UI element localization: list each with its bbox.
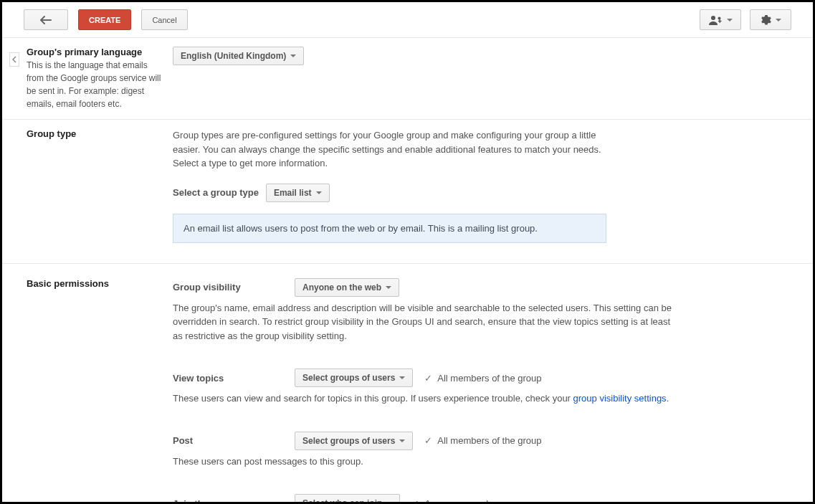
settings-menu-button[interactable]: [750, 9, 791, 30]
join-value: Select who can join: [302, 498, 382, 504]
gear-icon: [760, 14, 771, 26]
create-button[interactable]: CREATE: [78, 9, 131, 30]
post-label: Post: [173, 435, 283, 446]
toolbar: CREATE Cancel: [2, 2, 813, 38]
svg-point-0: [711, 16, 715, 20]
caret-down-icon: [727, 19, 733, 22]
group-visibility-help: The group's name, email address and desc…: [173, 301, 675, 343]
group-type-select-label: Select a group type: [173, 187, 259, 198]
caret-down-icon: [316, 191, 322, 194]
primary-language-value: English (United Kingdom): [181, 51, 286, 61]
caret-down-icon: [290, 54, 296, 57]
group-type-dropdown[interactable]: Email list: [266, 184, 330, 202]
primary-language-description: This is the language that emails from th…: [27, 59, 164, 110]
group-visibility-label: Group visibility: [173, 282, 283, 293]
view-topics-help-pre: These users can view and search for topi…: [173, 393, 573, 404]
primary-language-dropdown[interactable]: English (United Kingdom): [173, 47, 304, 65]
caret-down-icon: [399, 439, 405, 442]
check-icon: ✓: [411, 498, 419, 505]
group-type-value: Email list: [274, 188, 312, 198]
post-checked-text: All members of the group: [437, 435, 541, 446]
post-checked: ✓ All members of the group: [424, 435, 541, 446]
join-checked: ✓ Anyone can ask: [411, 498, 490, 505]
back-arrow-icon: [39, 16, 52, 24]
post-value: Select groups of users: [302, 436, 395, 446]
back-button[interactable]: [24, 9, 68, 30]
caret-down-icon: [399, 376, 405, 379]
join-label: Join the group: [173, 498, 283, 505]
group-visibility-value: Anyone on the web: [302, 282, 381, 293]
group-type-intro: Group types are pre-configured settings …: [173, 128, 617, 171]
chevron-left-icon: [12, 56, 16, 63]
view-topics-dropdown[interactable]: Select groups of users: [295, 369, 413, 387]
caret-down-icon: [386, 286, 391, 289]
collapse-sidebar-handle[interactable]: [9, 52, 19, 67]
basic-permissions-title: Basic permissions: [27, 278, 164, 289]
view-topics-checked-text: All members of the group: [437, 373, 541, 384]
post-help: These users can post messages to this gr…: [173, 455, 617, 469]
section-basic-permissions: Basic permissions Group visibility Anyon…: [2, 264, 813, 505]
cancel-button[interactable]: Cancel: [141, 9, 187, 30]
view-topics-label: View topics: [173, 373, 283, 384]
check-icon: ✓: [424, 435, 432, 446]
check-icon: ✓: [424, 373, 432, 384]
caret-down-icon: [776, 19, 781, 22]
people-menu-button[interactable]: [700, 9, 741, 30]
group-visibility-dropdown[interactable]: Anyone on the web: [295, 278, 399, 297]
group-visibility-settings-link[interactable]: group visibility settings: [573, 393, 667, 404]
view-topics-value: Select groups of users: [302, 373, 395, 383]
section-primary-language: Group's primary language This is the lan…: [2, 38, 813, 120]
people-icon: [708, 15, 723, 25]
post-dropdown[interactable]: Select groups of users: [295, 432, 413, 450]
join-dropdown[interactable]: Select who can join: [295, 494, 400, 504]
group-type-infobox: An email list allows users to post from …: [173, 214, 606, 243]
svg-point-1: [718, 16, 721, 19]
view-topics-checked: ✓ All members of the group: [424, 373, 541, 384]
join-checked-text: Anyone can ask: [424, 498, 491, 505]
primary-language-title: Group's primary language: [27, 47, 164, 57]
section-group-type: Group type Group types are pre-configure…: [2, 120, 813, 264]
view-topics-help-post: .: [667, 393, 669, 404]
view-topics-help: These users can view and search for topi…: [173, 391, 675, 406]
group-type-title: Group type: [27, 128, 164, 139]
